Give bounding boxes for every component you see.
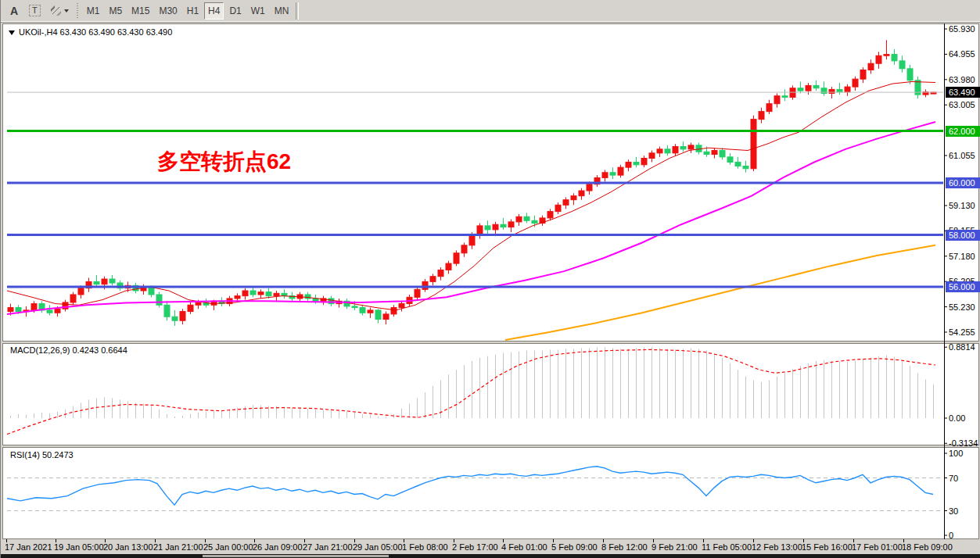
macd-chart-area[interactable] (7, 343, 943, 445)
line-studies-dropdown-button[interactable] (46, 2, 73, 20)
tab-timeframe-h1[interactable]: H1 (183, 2, 203, 20)
tab-timeframe-m30[interactable]: M30 (155, 2, 181, 20)
tab-timeframe-m1[interactable]: M1 (83, 2, 104, 20)
tab-timeframe-m15[interactable]: M15 (127, 2, 153, 20)
dropdown-caret-icon (64, 9, 69, 13)
tab-timeframe-w1[interactable]: W1 (247, 2, 269, 20)
main-chart-area[interactable] (7, 23, 943, 341)
diagonal-arrows-icon (50, 5, 62, 16)
tab-timeframe-h4[interactable]: H4 (204, 2, 224, 20)
toolbar-separator (296, 2, 299, 20)
text-object-icon: T (29, 5, 41, 16)
toolbar-drag-handle[interactable] (76, 3, 80, 19)
text-object-tool-button[interactable]: T (25, 2, 45, 20)
window-bottom-edge (1, 554, 980, 558)
tab-timeframe-d1[interactable]: D1 (225, 2, 245, 20)
time-axis[interactable] (1, 539, 980, 554)
tab-timeframe-m5[interactable]: M5 (105, 2, 126, 20)
rsi-chart-area[interactable] (7, 447, 943, 538)
trading-terminal-window: A T M1M5M15M30H1H4D1W1MN UKOil-,H4 63.43… (0, 0, 980, 558)
tab-timeframe-mn[interactable]: MN (271, 2, 293, 20)
toolbar: A T M1M5M15M30H1H4D1W1MN (1, 0, 980, 22)
text-label-tool-button[interactable]: A (5, 2, 23, 20)
price-axis[interactable] (944, 23, 980, 539)
bottom-scrollbar-thumb[interactable] (203, 555, 389, 557)
timeframe-button-group: M1M5M15M30H1H4D1W1MN (82, 2, 294, 20)
